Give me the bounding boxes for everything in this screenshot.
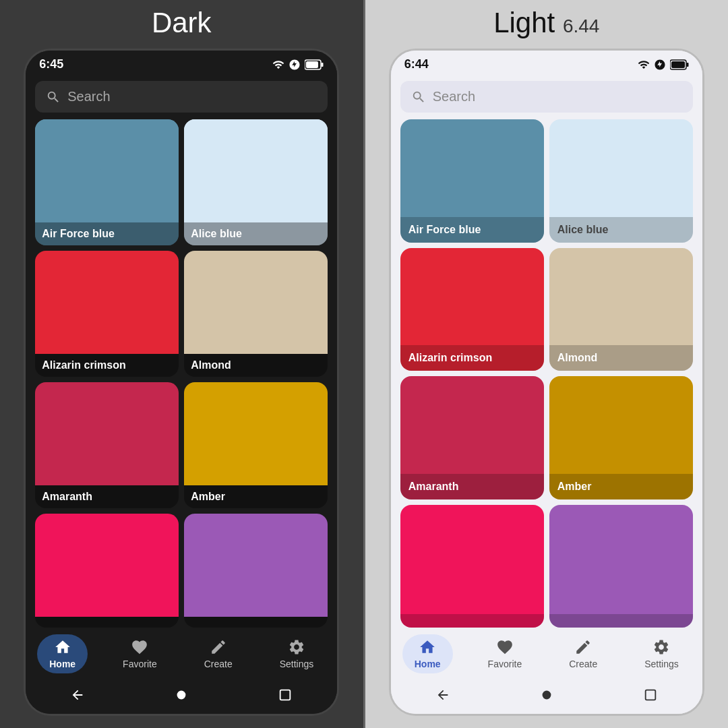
light-purple-swatch: [549, 505, 693, 628]
light-air-force-blue-label: Air Force blue: [400, 217, 544, 243]
dark-bottom-nav: Home Favorite Create Settings: [26, 628, 337, 679]
heart-icon: [131, 638, 148, 656]
amber-label: Amber: [184, 485, 328, 508]
signal-icon: [272, 59, 284, 71]
red-swatch: [35, 514, 179, 617]
dark-nav-home[interactable]: Home: [37, 634, 88, 673]
light-search-bar[interactable]: Search: [400, 81, 693, 113]
red-label: [35, 617, 179, 628]
settings-icon: [288, 638, 305, 656]
light-amaranth-label: Amaranth: [400, 474, 544, 499]
dark-phone: 6:45 Search Air Force blue: [24, 49, 339, 716]
svg-point-8: [542, 691, 551, 700]
light-alice-blue-label: Alice blue: [549, 217, 693, 243]
air-force-blue-swatch: [35, 119, 179, 222]
amaranth-label: Amaranth: [35, 485, 179, 508]
light-red-label: [400, 614, 544, 628]
dark-search-placeholder: Search: [67, 89, 110, 104]
svg-rect-9: [645, 690, 655, 700]
light-panel: Light 6.44 6:44 Search: [365, 0, 729, 728]
light-color-alice-blue[interactable]: Alice blue: [549, 119, 693, 243]
dark-home-button[interactable]: [172, 686, 191, 704]
light-almond-label: Almond: [549, 345, 693, 371]
light-color-amaranth[interactable]: Amaranth: [400, 376, 544, 499]
light-nav-settings-label: Settings: [644, 659, 679, 669]
light-recents-button[interactable]: [641, 686, 660, 704]
pencil-icon: [210, 638, 227, 656]
light-alizarin-label: Alizarin crimson: [400, 345, 544, 371]
light-back-button[interactable]: [433, 686, 452, 704]
alizarin-label: Alizarin crimson: [35, 354, 179, 377]
air-force-blue-label: Air Force blue: [35, 222, 179, 245]
home-icon: [54, 638, 71, 656]
light-nav-create-label: Create: [569, 659, 597, 669]
light-wifi-icon: [654, 59, 666, 71]
light-home-icon: [419, 638, 436, 656]
svg-rect-7: [671, 61, 685, 68]
light-purple-label: [549, 614, 693, 628]
dark-recents-button[interactable]: [276, 686, 295, 704]
dark-nav-favorite[interactable]: Favorite: [111, 634, 169, 673]
light-nav-favorite[interactable]: Favorite: [476, 634, 535, 673]
dark-color-grid: Air Force blue Alice blue Alizarin crims…: [26, 119, 337, 628]
light-nav-favorite-label: Favorite: [488, 659, 522, 669]
light-battery-icon: [670, 59, 689, 70]
purple-label: [184, 617, 328, 628]
battery-icon: [305, 59, 324, 70]
light-color-air-force-blue[interactable]: Air Force blue: [400, 119, 544, 243]
dark-status-icons: [272, 59, 324, 71]
light-bottom-nav: Home Favorite Create Settings: [391, 628, 702, 679]
light-status-bar: 6:44: [391, 51, 702, 75]
light-heart-icon: [496, 638, 514, 656]
dark-nav-settings-label: Settings: [280, 659, 314, 669]
light-search-placeholder: Search: [433, 89, 475, 104]
dark-nav-create-label: Create: [204, 659, 233, 669]
light-settings-icon: [653, 638, 670, 656]
alice-blue-swatch: [184, 119, 328, 222]
light-home-button[interactable]: [537, 686, 556, 704]
light-pencil-icon: [574, 638, 592, 656]
dark-nav-settings[interactable]: Settings: [268, 634, 326, 673]
light-status-icons: [638, 59, 689, 71]
light-nav-home-label: Home: [415, 659, 441, 669]
dark-color-alice-blue[interactable]: Alice blue: [184, 119, 328, 245]
light-nav-create[interactable]: Create: [557, 634, 609, 673]
dark-search-bar[interactable]: Search: [35, 81, 328, 113]
amber-swatch: [184, 382, 328, 485]
svg-rect-2: [306, 61, 318, 68]
wifi-icon: [289, 59, 301, 71]
light-color-almond[interactable]: Almond: [549, 248, 693, 371]
dark-system-nav: [26, 679, 337, 714]
dark-color-alizarin[interactable]: Alizarin crimson: [35, 251, 179, 377]
dark-time: 6:45: [39, 57, 63, 71]
dark-color-purple[interactable]: [184, 514, 328, 628]
svg-rect-6: [686, 63, 688, 67]
dark-color-almond[interactable]: Almond: [184, 251, 328, 377]
amaranth-swatch: [35, 382, 179, 485]
light-search-icon: [411, 90, 426, 104]
light-nav-home[interactable]: Home: [402, 634, 453, 673]
light-color-amber[interactable]: Amber: [549, 376, 693, 499]
light-color-red[interactable]: [400, 505, 544, 628]
light-time: 6:44: [404, 57, 429, 71]
dark-back-button[interactable]: [68, 686, 87, 704]
dark-color-red[interactable]: [35, 514, 179, 628]
light-phone: 6:44 Search Air Force blue: [389, 49, 704, 716]
dark-color-amaranth[interactable]: Amaranth: [35, 382, 179, 508]
purple-swatch: [184, 514, 328, 617]
dark-status-bar: 6:45: [26, 51, 337, 75]
light-amber-label: Amber: [549, 474, 693, 499]
dark-nav-favorite-label: Favorite: [123, 659, 157, 669]
dark-nav-home-label: Home: [49, 659, 75, 669]
svg-rect-4: [280, 690, 291, 700]
dark-color-amber[interactable]: Amber: [184, 382, 328, 508]
alice-blue-label: Alice blue: [184, 222, 328, 245]
dark-color-air-force-blue[interactable]: Air Force blue: [35, 119, 179, 245]
light-color-purple[interactable]: [549, 505, 693, 628]
dark-panel: Dark 6:45 Search Air: [0, 0, 363, 728]
light-nav-settings[interactable]: Settings: [632, 634, 691, 673]
light-color-alizarin[interactable]: Alizarin crimson: [400, 248, 544, 371]
svg-point-3: [177, 691, 186, 700]
dark-nav-create[interactable]: Create: [192, 634, 245, 673]
light-red-swatch: [400, 505, 544, 628]
